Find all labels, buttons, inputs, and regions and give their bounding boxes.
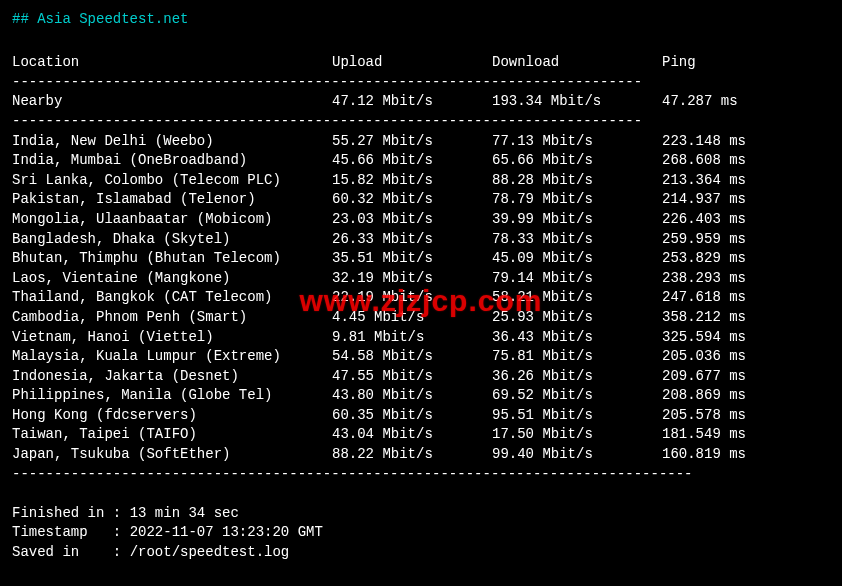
cell-location: Mongolia, Ulaanbaatar (Mobicom) <box>12 210 332 230</box>
table-row: Laos, Vientaine (Mangkone)32.19 Mbit/s79… <box>12 269 830 289</box>
header-ping: Ping <box>662 53 830 73</box>
header-upload: Upload <box>332 53 492 73</box>
cell-ping: 253.829 ms <box>662 249 830 269</box>
cell-download: 99.40 Mbit/s <box>492 445 662 465</box>
footer-timestamp: Timestamp : 2022-11-07 13:23:20 GMT <box>12 523 830 543</box>
cell-location: Cambodia, Phnom Penh (Smart) <box>12 308 332 328</box>
cell-download: 25.93 Mbit/s <box>492 308 662 328</box>
cell-download: 75.81 Mbit/s <box>492 347 662 367</box>
cell-upload: 32.19 Mbit/s <box>332 269 492 289</box>
cell-upload: 4.45 Mbit/s <box>332 308 492 328</box>
cell-download: 69.52 Mbit/s <box>492 386 662 406</box>
cell-location: India, Mumbai (OneBroadband) <box>12 151 332 171</box>
cell-ping: 214.937 ms <box>662 190 830 210</box>
header-download: Download <box>492 53 662 73</box>
cell-ping: 268.608 ms <box>662 151 830 171</box>
table-row: Bhutan, Thimphu (Bhutan Telecom)35.51 Mb… <box>12 249 830 269</box>
cell-ping: 247.618 ms <box>662 288 830 308</box>
nearby-upload: 47.12 Mbit/s <box>332 92 492 112</box>
cell-upload: 26.33 Mbit/s <box>332 230 492 250</box>
cell-download: 36.43 Mbit/s <box>492 328 662 348</box>
cell-upload: 35.51 Mbit/s <box>332 249 492 269</box>
table-row: India, New Delhi (Weebo)55.27 Mbit/s77.1… <box>12 132 830 152</box>
cell-upload: 22.19 Mbit/s <box>332 288 492 308</box>
cell-ping: 223.148 ms <box>662 132 830 152</box>
cell-ping: 160.819 ms <box>662 445 830 465</box>
table-row: Indonesia, Jakarta (Desnet)47.55 Mbit/s3… <box>12 367 830 387</box>
cell-ping: 205.578 ms <box>662 406 830 426</box>
table-row: Sri Lanka, Colombo (Telecom PLC)15.82 Mb… <box>12 171 830 191</box>
cell-download: 36.26 Mbit/s <box>492 367 662 387</box>
cell-location: Pakistan, Islamabad (Telenor) <box>12 190 332 210</box>
cell-ping: 358.212 ms <box>662 308 830 328</box>
table-row: Pakistan, Islamabad (Telenor)60.32 Mbit/… <box>12 190 830 210</box>
cell-upload: 43.04 Mbit/s <box>332 425 492 445</box>
blank-line <box>12 34 830 54</box>
footer-saved: Saved in : /root/speedtest.log <box>12 543 830 563</box>
cell-ping: 226.403 ms <box>662 210 830 230</box>
cell-location: Bhutan, Thimphu (Bhutan Telecom) <box>12 249 332 269</box>
table-row: Japan, Tsukuba (SoftEther)88.22 Mbit/s99… <box>12 445 830 465</box>
cell-ping: 238.293 ms <box>662 269 830 289</box>
cell-download: 95.51 Mbit/s <box>492 406 662 426</box>
cell-upload: 9.81 Mbit/s <box>332 328 492 348</box>
table-row: Vietnam, Hanoi (Viettel)9.81 Mbit/s36.43… <box>12 328 830 348</box>
cell-upload: 88.22 Mbit/s <box>332 445 492 465</box>
cell-download: 45.09 Mbit/s <box>492 249 662 269</box>
cell-upload: 47.55 Mbit/s <box>332 367 492 387</box>
cell-location: Japan, Tsukuba (SoftEther) <box>12 445 332 465</box>
results-table: India, New Delhi (Weebo)55.27 Mbit/s77.1… <box>12 132 830 465</box>
cell-upload: 15.82 Mbit/s <box>332 171 492 191</box>
cell-location: Laos, Vientaine (Mangkone) <box>12 269 332 289</box>
table-row: Malaysia, Kuala Lumpur (Extreme)54.58 Mb… <box>12 347 830 367</box>
table-row: India, Mumbai (OneBroadband)45.66 Mbit/s… <box>12 151 830 171</box>
table-row: Hong Kong (fdcservers)60.35 Mbit/s95.51 … <box>12 406 830 426</box>
cell-upload: 45.66 Mbit/s <box>332 151 492 171</box>
cell-location: Taiwan, Taipei (TAIFO) <box>12 425 332 445</box>
table-row: Cambodia, Phnom Penh (Smart)4.45 Mbit/s2… <box>12 308 830 328</box>
nearby-download: 193.34 Mbit/s <box>492 92 662 112</box>
divider: ----------------------------------------… <box>12 465 830 485</box>
table-row: Mongolia, Ulaanbaatar (Mobicom)23.03 Mbi… <box>12 210 830 230</box>
cell-location: Malaysia, Kuala Lumpur (Extreme) <box>12 347 332 367</box>
cell-upload: 60.32 Mbit/s <box>332 190 492 210</box>
cell-location: Thailand, Bangkok (CAT Telecom) <box>12 288 332 308</box>
cell-download: 78.33 Mbit/s <box>492 230 662 250</box>
cell-location: Bangladesh, Dhaka (Skytel) <box>12 230 332 250</box>
cell-upload: 55.27 Mbit/s <box>332 132 492 152</box>
cell-upload: 60.35 Mbit/s <box>332 406 492 426</box>
table-row: Philippines, Manila (Globe Tel)43.80 Mbi… <box>12 386 830 406</box>
cell-download: 78.79 Mbit/s <box>492 190 662 210</box>
footer-finished: Finished in : 13 min 34 sec <box>12 504 830 524</box>
cell-location: Philippines, Manila (Globe Tel) <box>12 386 332 406</box>
cell-location: Hong Kong (fdcservers) <box>12 406 332 426</box>
table-row: Thailand, Bangkok (CAT Telecom)22.19 Mbi… <box>12 288 830 308</box>
divider: ----------------------------------------… <box>12 112 830 132</box>
header-location: Location <box>12 53 332 73</box>
cell-ping: 209.677 ms <box>662 367 830 387</box>
cell-ping: 213.364 ms <box>662 171 830 191</box>
column-headers: Location Upload Download Ping <box>12 53 830 73</box>
table-row: Bangladesh, Dhaka (Skytel)26.33 Mbit/s78… <box>12 230 830 250</box>
cell-ping: 181.549 ms <box>662 425 830 445</box>
cell-download: 39.99 Mbit/s <box>492 210 662 230</box>
cell-download: 77.13 Mbit/s <box>492 132 662 152</box>
cell-ping: 205.036 ms <box>662 347 830 367</box>
cell-ping: 325.594 ms <box>662 328 830 348</box>
cell-location: Sri Lanka, Colombo (Telecom PLC) <box>12 171 332 191</box>
cell-location: Vietnam, Hanoi (Viettel) <box>12 328 332 348</box>
cell-download: 79.14 Mbit/s <box>492 269 662 289</box>
cell-download: 65.66 Mbit/s <box>492 151 662 171</box>
cell-upload: 43.80 Mbit/s <box>332 386 492 406</box>
divider: ----------------------------------------… <box>12 73 830 93</box>
nearby-location: Nearby <box>12 92 332 112</box>
cell-upload: 23.03 Mbit/s <box>332 210 492 230</box>
table-row: Taiwan, Taipei (TAIFO)43.04 Mbit/s17.50 … <box>12 425 830 445</box>
cell-download: 58.21 Mbit/s <box>492 288 662 308</box>
cell-location: India, New Delhi (Weebo) <box>12 132 332 152</box>
blank-line <box>12 484 830 504</box>
cell-download: 88.28 Mbit/s <box>492 171 662 191</box>
nearby-row: Nearby 47.12 Mbit/s 193.34 Mbit/s 47.287… <box>12 92 830 112</box>
nearby-ping: 47.287 ms <box>662 92 830 112</box>
cell-download: 17.50 Mbit/s <box>492 425 662 445</box>
